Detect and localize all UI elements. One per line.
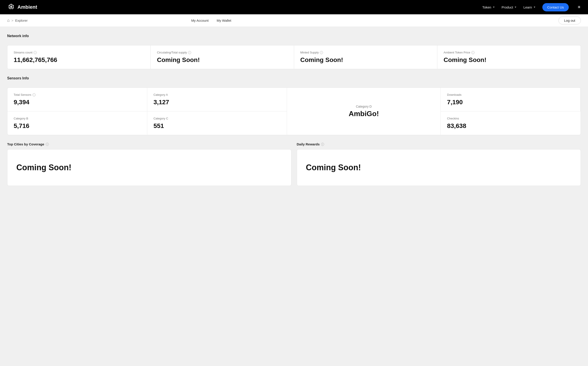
network-info-header: Network info xyxy=(7,34,581,42)
category-b-card: Category B 5,716 xyxy=(8,111,147,135)
downloads-value: 7,190 xyxy=(447,99,574,106)
circulating-label: Circulating/Total supply i xyxy=(157,51,287,54)
token-nav-item[interactable]: Token xyxy=(482,5,495,9)
daily-rewards-section: Daily Rewards i Coming Soon! xyxy=(297,142,581,186)
sensors-info-grid: Total Sensors i 9,394 Category A 3,127 C… xyxy=(7,87,581,135)
top-cities-title: Top Cities by Coverage xyxy=(7,142,44,146)
token-price-value: Coming Soon! xyxy=(444,56,574,63)
brand-logo[interactable]: Ambient xyxy=(7,3,37,11)
home-icon[interactable]: ⌂ xyxy=(7,18,10,23)
category-d-label: Category D xyxy=(356,105,372,108)
category-c-card: Category C 551 xyxy=(147,111,287,135)
product-nav-label: Product xyxy=(502,5,513,9)
downloads-card: Downloads 7,190 xyxy=(441,88,580,111)
minted-supply-card: Minted Supply i Coming Soon! xyxy=(294,46,437,69)
top-cities-section: Top Cities by Coverage i Coming Soon! xyxy=(7,142,291,186)
minted-info-icon[interactable]: i xyxy=(320,51,323,54)
minted-value: Coming Soon! xyxy=(300,56,431,63)
streams-count-card: Streams count i 11,662,765,766 xyxy=(8,46,151,69)
total-sensors-card: Total Sensors i 9,394 xyxy=(8,88,147,111)
top-cities-info-icon[interactable]: i xyxy=(46,143,49,146)
learn-nav-label: Learn xyxy=(523,5,532,9)
category-b-label: Category B xyxy=(14,117,141,120)
daily-rewards-card: Coming Soon! xyxy=(297,149,581,186)
breadcrumb-page: Explorer xyxy=(15,19,28,22)
minted-label: Minted Supply i xyxy=(300,51,431,54)
streams-info-icon[interactable]: i xyxy=(34,51,37,54)
main-content: Network info Streams count i 11,662,765,… xyxy=(0,27,588,366)
brand-name: Ambient xyxy=(17,4,37,10)
streams-value: 11,662,765,766 xyxy=(14,56,144,63)
total-sensors-info-icon[interactable]: i xyxy=(32,93,36,96)
daily-rewards-info-icon[interactable]: i xyxy=(321,143,324,146)
category-a-label: Category A xyxy=(154,93,281,96)
category-a-value: 3,127 xyxy=(154,99,281,106)
total-sensors-label: Total Sensors i xyxy=(14,93,141,96)
category-c-label: Category C xyxy=(154,117,281,120)
category-d-value: AmbiGo! xyxy=(349,110,379,118)
theme-toggle-button[interactable]: ☀ xyxy=(577,5,581,10)
bottom-sections: Top Cities by Coverage i Coming Soon! Da… xyxy=(7,142,581,186)
daily-rewards-header: Daily Rewards i xyxy=(297,142,581,146)
checkins-label: Checkins xyxy=(447,117,574,120)
circulating-supply-card: Circulating/Total supply i Coming Soon! xyxy=(151,46,294,69)
category-b-value: 5,716 xyxy=(14,122,141,130)
category-a-card: Category A 3,127 xyxy=(147,88,287,111)
logout-button[interactable]: Log out xyxy=(558,16,581,24)
contact-us-button[interactable]: Contact Us xyxy=(542,3,569,11)
network-info-title: Network info xyxy=(7,34,29,38)
breadcrumb-separator: > xyxy=(11,19,13,22)
sensors-info-title: Sensors Info xyxy=(7,76,29,80)
token-chevron-icon xyxy=(492,6,495,9)
circulating-value: Coming Soon! xyxy=(157,56,287,63)
theme-icon: ☀ xyxy=(577,5,581,9)
product-chevron-icon xyxy=(514,6,517,9)
learn-chevron-icon xyxy=(533,6,536,9)
daily-rewards-title: Daily Rewards xyxy=(297,142,320,146)
daily-rewards-value: Coming Soon! xyxy=(306,163,572,172)
streams-label: Streams count i xyxy=(14,51,144,54)
sub-navigation: ⌂ > Explorer My Account My Wallet Log ou… xyxy=(0,14,588,27)
breadcrumb: ⌂ > Explorer xyxy=(7,18,28,23)
category-c-value: 551 xyxy=(154,122,281,130)
checkins-value: 83,638 xyxy=(447,122,574,130)
my-account-link[interactable]: My Account xyxy=(191,19,209,22)
category-d-ambigo-card: Category D AmbiGo! xyxy=(287,88,441,135)
top-cities-card: Coming Soon! xyxy=(7,149,291,186)
token-nav-label: Token xyxy=(482,5,491,9)
my-wallet-link[interactable]: My Wallet xyxy=(217,19,231,22)
token-price-label: Ambient Token Price i xyxy=(444,51,574,54)
top-navigation: Ambient Token Product Learn Contact Us ☀ xyxy=(0,0,588,14)
total-sensors-value: 9,394 xyxy=(14,99,141,106)
learn-nav-item[interactable]: Learn xyxy=(523,5,536,9)
logo-icon xyxy=(7,3,15,11)
top-cities-header: Top Cities by Coverage i xyxy=(7,142,291,146)
nav-links: Token Product Learn Contact Us ☀ xyxy=(482,3,581,11)
checkins-card: Checkins 83,638 xyxy=(441,111,580,135)
token-price-card: Ambient Token Price i Coming Soon! xyxy=(437,46,580,69)
subnav-links: My Account My Wallet xyxy=(191,19,231,22)
downloads-label: Downloads xyxy=(447,93,574,96)
top-cities-value: Coming Soon! xyxy=(16,163,282,172)
network-info-cards: Streams count i 11,662,765,766 Circulati… xyxy=(7,45,581,69)
token-price-info-icon[interactable]: i xyxy=(471,51,474,54)
sensors-info-header: Sensors Info xyxy=(7,76,581,84)
product-nav-item[interactable]: Product xyxy=(502,5,517,9)
circulating-info-icon[interactable]: i xyxy=(188,51,191,54)
